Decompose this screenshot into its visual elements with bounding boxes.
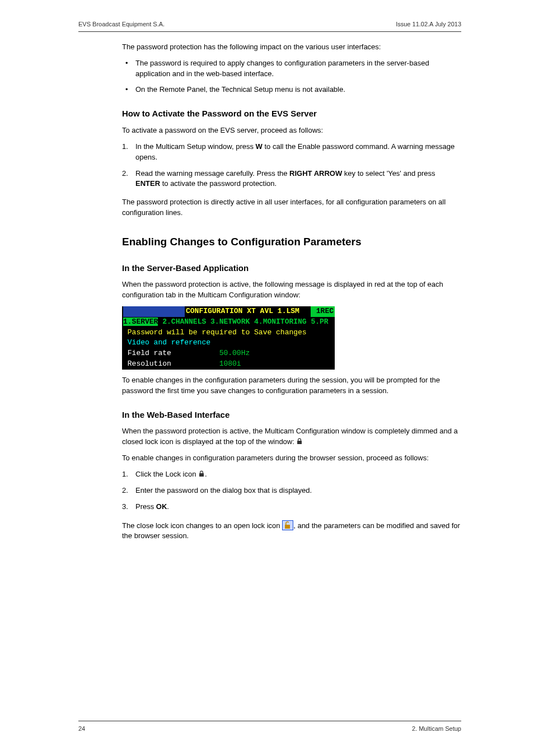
- activate-intro: To activate a password on the EVS server…: [122, 125, 461, 136]
- lock-open-icon: [282, 520, 293, 530]
- enabling-heading: Enabling Changes to Configuration Parame…: [122, 234, 461, 250]
- header-left: EVS Broadcast Equipment S.A.: [78, 20, 165, 29]
- web-p1-text: When the password protection is active, …: [122, 427, 458, 446]
- activate-step-2-b: key to select 'Yes' and press: [342, 169, 435, 178]
- activate-step-1-a: In the Multicam Setup window, press: [135, 142, 256, 151]
- terminal-section: Video and reference: [122, 338, 335, 348]
- web-step-3: Press OK.: [122, 502, 461, 512]
- key-ok: OK: [156, 502, 167, 511]
- activate-outro: The password protection is directly acti…: [122, 197, 461, 218]
- terminal-warning: Password will be required to Save change…: [122, 328, 335, 338]
- web-p1: When the password protection is active, …: [122, 426, 461, 447]
- terminal-resolution-value: 1080i: [219, 360, 241, 368]
- activate-heading: How to Activate the Password on the EVS …: [122, 108, 461, 120]
- terminal-field-rate: Field rate 50.00Hz: [122, 348, 335, 359]
- activate-steps: In the Multicam Setup window, press W to…: [122, 142, 461, 189]
- lock-closed-icon: [198, 470, 205, 477]
- terminal-field-rate-value: 50.00Hz: [219, 349, 250, 357]
- page-content: The password protection has the followin…: [122, 42, 461, 698]
- page-number: 24: [78, 725, 85, 734]
- key-w: W: [256, 142, 263, 151]
- terminal-tab-selected: 1.SERVER: [123, 318, 158, 326]
- web-step-3-a: Press: [135, 502, 156, 511]
- terminal-tabs: 1.SERVER 2.CHANNELS 3.NETWORK 4.MONITORI…: [122, 317, 335, 328]
- footer-section: 2. Multicam Setup: [412, 725, 461, 734]
- page-footer: 24 2. Multicam Setup: [78, 725, 461, 734]
- server-app-heading: In the Server-Based Application: [122, 262, 461, 274]
- activate-step-2-a: Read the warning message carefully. Pres…: [135, 169, 289, 178]
- activate-step-2-c: to activate the password protection.: [160, 179, 277, 188]
- web-step-2: Enter the password on the dialog box tha…: [122, 486, 461, 496]
- terminal-resolution: Resolution 1080i: [122, 359, 335, 370]
- intro-paragraph: The password protection has the followin…: [122, 42, 461, 53]
- terminal-resolution-label: Resolution: [123, 360, 219, 368]
- server-app-p1: When the password protection is active, …: [122, 279, 461, 301]
- header-right: Issue 11.02.A July 2013: [396, 20, 461, 29]
- intro-bullet-2: On the Remote Panel, the Technical Setup…: [122, 85, 461, 95]
- web-step-1-text: Click the Lock icon: [135, 470, 198, 478]
- key-right-arrow: RIGHT ARROW: [289, 169, 342, 178]
- activate-step-1: In the Multicam Setup window, press W to…: [122, 142, 461, 163]
- web-interface-heading: In the Web-Based Interface: [122, 409, 461, 421]
- web-p3-a: The close lock icon changes to an open l…: [122, 521, 282, 530]
- activate-step-2: Read the warning message carefully. Pres…: [122, 169, 461, 190]
- key-enter: ENTER: [135, 179, 160, 188]
- terminal-field-rate-label: Field rate: [123, 349, 219, 357]
- web-p3: The close lock icon changes to an open l…: [122, 520, 461, 542]
- terminal-tabs-rest: 2.CHANNELS 3.NETWORK 4.MONITORING 5.PR: [158, 318, 328, 326]
- web-steps: Click the Lock icon . Enter the password…: [122, 469, 461, 512]
- terminal-title: CONFIGURATION XT AVL 1.LSM 1REC: [122, 306, 335, 317]
- terminal-screenshot: CONFIGURATION XT AVL 1.LSM 1REC 1.SERVER…: [122, 306, 335, 370]
- web-step-1: Click the Lock icon .: [122, 469, 461, 480]
- intro-bullet-1: The password is required to apply change…: [122, 58, 461, 80]
- lock-closed-icon: [296, 438, 303, 445]
- server-app-p2: To enable changes in the configuration p…: [122, 375, 461, 396]
- web-p2: To enable changes in configuration param…: [122, 453, 461, 464]
- page-header: EVS Broadcast Equipment S.A. Issue 11.02…: [78, 20, 461, 29]
- intro-bullets: The password is required to apply change…: [122, 58, 461, 96]
- terminal-title-text: CONFIGURATION XT AVL 1.LSM: [185, 306, 311, 317]
- web-step-1-b: .: [205, 470, 207, 478]
- terminal-rec-badge: 1REC: [311, 306, 335, 317]
- web-step-3-b: .: [167, 502, 169, 511]
